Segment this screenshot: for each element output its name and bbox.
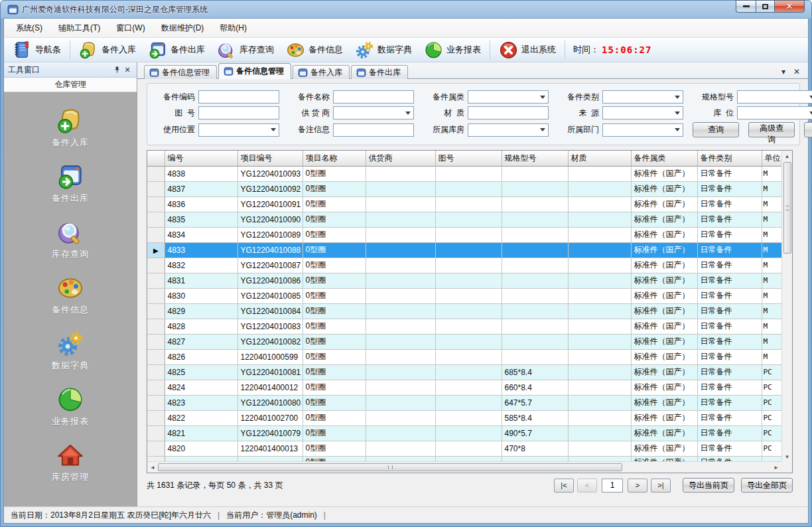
tab-3[interactable]: 备件出库 — [351, 65, 408, 79]
table-row[interactable]: 4837YG122040100920型圈标准件（国产）日常备件M — [147, 181, 781, 196]
row-selector[interactable] — [147, 380, 165, 395]
table-row[interactable]: ▶4833YG122040100880型圈标准件（国产）日常备件M — [147, 242, 781, 258]
toolbar-parts-in-button[interactable]: 备件入库 — [73, 39, 142, 61]
close-button[interactable]: ✕ — [774, 0, 805, 13]
vscroll-thumb[interactable] — [783, 162, 791, 254]
grid-header-2[interactable]: 项目名称 — [303, 151, 366, 166]
vertical-scrollbar[interactable]: ▲ ▼ — [781, 151, 792, 462]
scroll-down-icon[interactable]: ▼ — [782, 451, 793, 462]
advanced-query-button[interactable]: 高级查询 — [748, 122, 795, 137]
row-selector[interactable] — [147, 364, 165, 380]
tab-1[interactable]: 备件信息管理 — [218, 63, 291, 79]
chevron-down-icon[interactable]: ▾ — [781, 68, 785, 76]
table-row[interactable]: 4838YG122040100930型圈标准件（国产）日常备件M — [147, 166, 781, 181]
toolbar-parts-out-button[interactable]: 备件出库 — [142, 39, 211, 61]
tab-close-icon[interactable]: ✕ — [793, 68, 800, 76]
row-selector[interactable] — [147, 181, 165, 196]
sidebar-item-data-dict[interactable]: 数据字典 — [52, 330, 89, 372]
export-all-pages-button[interactable]: 导出全部页 — [741, 478, 793, 492]
hscroll-thumb[interactable] — [158, 463, 622, 471]
panel-close-button[interactable]: ✕ — [122, 64, 133, 75]
table-row[interactable]: 4832YG122040100870型圈标准件（国产）日常备件M — [147, 258, 781, 273]
sidebar-item-parts-out[interactable]: 备件出库 — [52, 163, 89, 204]
table-row-partial[interactable]: 0型圈标准件（国产）日常备件 — [147, 456, 781, 461]
first-page-button[interactable]: |< — [554, 479, 574, 492]
table-row[interactable]: 4823YG122040100800型圈647*5.7标准件（国产）日常备件PC — [147, 395, 781, 410]
table-row[interactable]: 482212204010027000型圈585*8.4标准件（国产）日常备件PC — [147, 410, 781, 425]
scroll-left-icon[interactable]: ◄ — [147, 462, 158, 473]
row-selector[interactable] — [147, 349, 165, 364]
spec-model-select[interactable] — [737, 90, 812, 104]
menu-item-2[interactable]: 窗口(W) — [108, 20, 153, 37]
toolbar-biz-report-button[interactable]: 业务报表 — [418, 39, 487, 61]
row-selector[interactable] — [147, 273, 165, 288]
department-select[interactable] — [602, 123, 683, 137]
menu-item-3[interactable]: 数据维护(D) — [153, 20, 212, 37]
spare-code-input[interactable] — [198, 90, 279, 104]
table-row[interactable]: 4835YG122040100900型圈标准件（国产）日常备件M — [147, 212, 781, 227]
grid-header-9[interactable]: 单位 — [762, 151, 781, 166]
menu-item-4[interactable]: 帮助(H) — [212, 20, 255, 37]
row-selector[interactable] — [147, 196, 165, 212]
row-selector[interactable] — [147, 441, 165, 456]
menu-item-0[interactable]: 系统(S) — [8, 20, 50, 37]
new-button[interactable]: 新建 — [804, 122, 812, 137]
table-row[interactable]: 4830YG122040100850型圈标准件（国产）日常备件M — [147, 288, 781, 303]
sidebar-item-stock-query[interactable]: 库存查询 — [52, 218, 89, 260]
table-row[interactable]: 482012204014000130型圈470*8标准件（国产）日常备件PC — [147, 441, 781, 456]
grid-header-5[interactable]: 规格型号 — [502, 151, 568, 166]
query-button[interactable]: 查询 — [693, 122, 739, 137]
tab-0[interactable]: 备件信息管理 — [144, 65, 217, 79]
table-row[interactable]: 482612204010005990型圈标准件（国产）日常备件M — [147, 349, 781, 364]
remark-input[interactable] — [333, 123, 414, 137]
row-selector[interactable] — [147, 425, 165, 441]
row-selector[interactable] — [147, 319, 165, 334]
row-selector[interactable] — [147, 410, 165, 425]
table-row[interactable]: 4829YG122040100840型圈标准件（国产）日常备件M — [147, 303, 781, 319]
maximize-button[interactable] — [756, 0, 774, 13]
toolbar-data-dict-button[interactable]: 数据字典 — [349, 39, 418, 61]
grid-header-6[interactable]: 材质 — [568, 151, 631, 166]
prev-page-button[interactable]: < — [577, 479, 597, 492]
row-selector[interactable] — [147, 258, 165, 273]
table-row[interactable]: 4831YG122040100860型圈标准件（国产）日常备件M — [147, 273, 781, 288]
horizontal-scrollbar[interactable]: ◄ ► — [147, 461, 781, 473]
menu-item-1[interactable]: 辅助工具(T) — [50, 20, 108, 37]
row-selector[interactable] — [147, 303, 165, 319]
row-selector[interactable] — [147, 288, 165, 303]
toolbar-exit-button[interactable]: 退出系统 — [493, 39, 562, 61]
location-select[interactable] — [737, 106, 812, 119]
grid-header-8[interactable]: 备件类别 — [697, 151, 762, 166]
row-selector[interactable] — [147, 227, 165, 242]
row-selector[interactable] — [147, 166, 165, 181]
row-selector[interactable] — [147, 212, 165, 227]
scroll-up-icon[interactable]: ▲ — [782, 151, 793, 161]
pin-button[interactable] — [111, 64, 122, 75]
source-select[interactable] — [602, 106, 683, 119]
minimize-button[interactable] — [736, 0, 756, 13]
sidebar-item-biz-report[interactable]: 业务报表 — [52, 386, 89, 427]
grid-header-0[interactable]: 编号 — [165, 151, 237, 166]
supplier-select[interactable] — [333, 106, 414, 119]
row-selector[interactable] — [147, 395, 165, 410]
export-current-page-button[interactable]: 导出当前页 — [683, 478, 734, 492]
next-page-button[interactable]: > — [628, 479, 647, 492]
row-selector[interactable] — [147, 334, 165, 349]
row-selector[interactable]: ▶ — [147, 242, 165, 258]
toolbar-navbar-button[interactable]: 导航条 — [7, 39, 67, 61]
table-row[interactable]: 4827YG122040100820型圈标准件（国产）日常备件M — [147, 334, 781, 349]
table-row[interactable]: 4828YG122040100830型圈标准件（国产）日常备件M — [147, 319, 781, 334]
scroll-right-icon[interactable]: ► — [771, 462, 781, 473]
drawing-no-input[interactable] — [198, 106, 279, 119]
toolbar-parts-info-button[interactable]: 备件信息 — [280, 39, 349, 61]
sidebar-item-parts-info[interactable]: 备件信息 — [52, 274, 89, 316]
table-row[interactable]: 4834YG122040100890型圈标准件（国产）日常备件M — [147, 227, 781, 242]
warehouse-select[interactable] — [468, 123, 549, 137]
table-row[interactable]: 4825YG122040100810型圈685*8.4标准件（国产）日常备件PC — [147, 364, 781, 380]
sidebar-item-parts-in[interactable]: 备件入库 — [52, 107, 89, 149]
row-selector[interactable] — [147, 456, 165, 461]
grid-header-3[interactable]: 供货商 — [366, 151, 435, 166]
material-input[interactable] — [468, 106, 549, 119]
table-row[interactable]: 4836YG122040100910型圈标准件（国产）日常备件M — [147, 196, 781, 212]
grid-header-4[interactable]: 图号 — [435, 151, 502, 166]
